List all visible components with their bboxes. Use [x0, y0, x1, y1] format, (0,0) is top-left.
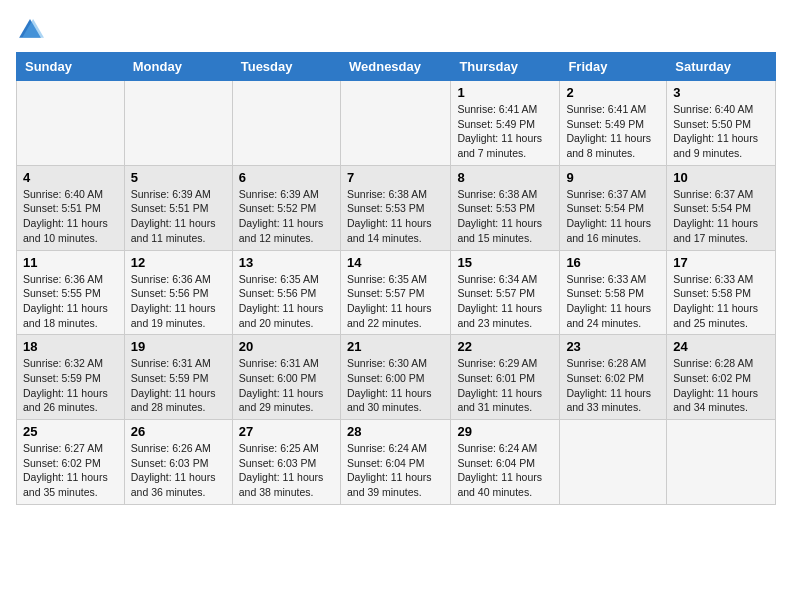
day-number: 28	[347, 424, 444, 439]
calendar-cell: 26Sunrise: 6:26 AM Sunset: 6:03 PM Dayli…	[124, 420, 232, 505]
calendar-week-row: 25Sunrise: 6:27 AM Sunset: 6:02 PM Dayli…	[17, 420, 776, 505]
calendar-cell: 23Sunrise: 6:28 AM Sunset: 6:02 PM Dayli…	[560, 335, 667, 420]
day-info: Sunrise: 6:24 AM Sunset: 6:04 PM Dayligh…	[457, 441, 553, 500]
calendar-cell	[17, 81, 125, 166]
day-number: 17	[673, 255, 769, 270]
calendar-cell	[667, 420, 776, 505]
day-info: Sunrise: 6:31 AM Sunset: 6:00 PM Dayligh…	[239, 356, 334, 415]
day-info: Sunrise: 6:32 AM Sunset: 5:59 PM Dayligh…	[23, 356, 118, 415]
calendar-cell: 7Sunrise: 6:38 AM Sunset: 5:53 PM Daylig…	[340, 165, 450, 250]
calendar-cell: 9Sunrise: 6:37 AM Sunset: 5:54 PM Daylig…	[560, 165, 667, 250]
day-number: 27	[239, 424, 334, 439]
calendar-cell: 8Sunrise: 6:38 AM Sunset: 5:53 PM Daylig…	[451, 165, 560, 250]
calendar-cell: 21Sunrise: 6:30 AM Sunset: 6:00 PM Dayli…	[340, 335, 450, 420]
calendar-cell: 6Sunrise: 6:39 AM Sunset: 5:52 PM Daylig…	[232, 165, 340, 250]
calendar-cell: 17Sunrise: 6:33 AM Sunset: 5:58 PM Dayli…	[667, 250, 776, 335]
day-number: 14	[347, 255, 444, 270]
calendar-cell: 22Sunrise: 6:29 AM Sunset: 6:01 PM Dayli…	[451, 335, 560, 420]
calendar-cell: 13Sunrise: 6:35 AM Sunset: 5:56 PM Dayli…	[232, 250, 340, 335]
day-number: 16	[566, 255, 660, 270]
calendar-header-row: SundayMondayTuesdayWednesdayThursdayFrid…	[17, 53, 776, 81]
page-header	[16, 16, 776, 44]
day-of-week-header: Tuesday	[232, 53, 340, 81]
day-info: Sunrise: 6:25 AM Sunset: 6:03 PM Dayligh…	[239, 441, 334, 500]
calendar-week-row: 1Sunrise: 6:41 AM Sunset: 5:49 PM Daylig…	[17, 81, 776, 166]
calendar-cell	[124, 81, 232, 166]
calendar-cell: 2Sunrise: 6:41 AM Sunset: 5:49 PM Daylig…	[560, 81, 667, 166]
day-number: 25	[23, 424, 118, 439]
day-number: 8	[457, 170, 553, 185]
day-info: Sunrise: 6:34 AM Sunset: 5:57 PM Dayligh…	[457, 272, 553, 331]
day-number: 3	[673, 85, 769, 100]
day-info: Sunrise: 6:40 AM Sunset: 5:50 PM Dayligh…	[673, 102, 769, 161]
day-of-week-header: Thursday	[451, 53, 560, 81]
day-of-week-header: Monday	[124, 53, 232, 81]
day-of-week-header: Sunday	[17, 53, 125, 81]
day-info: Sunrise: 6:28 AM Sunset: 6:02 PM Dayligh…	[673, 356, 769, 415]
calendar-cell: 25Sunrise: 6:27 AM Sunset: 6:02 PM Dayli…	[17, 420, 125, 505]
day-info: Sunrise: 6:36 AM Sunset: 5:55 PM Dayligh…	[23, 272, 118, 331]
calendar-week-row: 4Sunrise: 6:40 AM Sunset: 5:51 PM Daylig…	[17, 165, 776, 250]
calendar-cell: 4Sunrise: 6:40 AM Sunset: 5:51 PM Daylig…	[17, 165, 125, 250]
day-info: Sunrise: 6:30 AM Sunset: 6:00 PM Dayligh…	[347, 356, 444, 415]
day-number: 26	[131, 424, 226, 439]
day-number: 19	[131, 339, 226, 354]
calendar-cell	[560, 420, 667, 505]
calendar-table: SundayMondayTuesdayWednesdayThursdayFrid…	[16, 52, 776, 505]
day-info: Sunrise: 6:39 AM Sunset: 5:51 PM Dayligh…	[131, 187, 226, 246]
calendar-cell	[340, 81, 450, 166]
day-info: Sunrise: 6:29 AM Sunset: 6:01 PM Dayligh…	[457, 356, 553, 415]
day-number: 24	[673, 339, 769, 354]
day-number: 1	[457, 85, 553, 100]
calendar-cell: 27Sunrise: 6:25 AM Sunset: 6:03 PM Dayli…	[232, 420, 340, 505]
day-info: Sunrise: 6:26 AM Sunset: 6:03 PM Dayligh…	[131, 441, 226, 500]
day-number: 5	[131, 170, 226, 185]
calendar-cell: 29Sunrise: 6:24 AM Sunset: 6:04 PM Dayli…	[451, 420, 560, 505]
calendar-cell: 11Sunrise: 6:36 AM Sunset: 5:55 PM Dayli…	[17, 250, 125, 335]
day-number: 20	[239, 339, 334, 354]
day-info: Sunrise: 6:38 AM Sunset: 5:53 PM Dayligh…	[457, 187, 553, 246]
calendar-cell: 16Sunrise: 6:33 AM Sunset: 5:58 PM Dayli…	[560, 250, 667, 335]
day-number: 6	[239, 170, 334, 185]
calendar-cell: 18Sunrise: 6:32 AM Sunset: 5:59 PM Dayli…	[17, 335, 125, 420]
day-info: Sunrise: 6:37 AM Sunset: 5:54 PM Dayligh…	[566, 187, 660, 246]
calendar-cell: 28Sunrise: 6:24 AM Sunset: 6:04 PM Dayli…	[340, 420, 450, 505]
day-number: 29	[457, 424, 553, 439]
day-number: 9	[566, 170, 660, 185]
calendar-week-row: 18Sunrise: 6:32 AM Sunset: 5:59 PM Dayli…	[17, 335, 776, 420]
day-number: 10	[673, 170, 769, 185]
day-number: 13	[239, 255, 334, 270]
day-info: Sunrise: 6:41 AM Sunset: 5:49 PM Dayligh…	[457, 102, 553, 161]
day-info: Sunrise: 6:24 AM Sunset: 6:04 PM Dayligh…	[347, 441, 444, 500]
calendar-cell: 24Sunrise: 6:28 AM Sunset: 6:02 PM Dayli…	[667, 335, 776, 420]
calendar-cell	[232, 81, 340, 166]
day-number: 15	[457, 255, 553, 270]
day-info: Sunrise: 6:41 AM Sunset: 5:49 PM Dayligh…	[566, 102, 660, 161]
day-number: 2	[566, 85, 660, 100]
day-info: Sunrise: 6:37 AM Sunset: 5:54 PM Dayligh…	[673, 187, 769, 246]
calendar-cell: 15Sunrise: 6:34 AM Sunset: 5:57 PM Dayli…	[451, 250, 560, 335]
calendar-cell: 14Sunrise: 6:35 AM Sunset: 5:57 PM Dayli…	[340, 250, 450, 335]
day-number: 23	[566, 339, 660, 354]
day-info: Sunrise: 6:28 AM Sunset: 6:02 PM Dayligh…	[566, 356, 660, 415]
logo-icon	[16, 16, 44, 44]
day-number: 12	[131, 255, 226, 270]
day-info: Sunrise: 6:35 AM Sunset: 5:57 PM Dayligh…	[347, 272, 444, 331]
day-info: Sunrise: 6:33 AM Sunset: 5:58 PM Dayligh…	[673, 272, 769, 331]
calendar-cell: 1Sunrise: 6:41 AM Sunset: 5:49 PM Daylig…	[451, 81, 560, 166]
day-number: 22	[457, 339, 553, 354]
day-info: Sunrise: 6:27 AM Sunset: 6:02 PM Dayligh…	[23, 441, 118, 500]
day-number: 21	[347, 339, 444, 354]
day-number: 4	[23, 170, 118, 185]
calendar-cell: 19Sunrise: 6:31 AM Sunset: 5:59 PM Dayli…	[124, 335, 232, 420]
calendar-cell: 3Sunrise: 6:40 AM Sunset: 5:50 PM Daylig…	[667, 81, 776, 166]
day-info: Sunrise: 6:36 AM Sunset: 5:56 PM Dayligh…	[131, 272, 226, 331]
day-of-week-header: Friday	[560, 53, 667, 81]
day-number: 11	[23, 255, 118, 270]
day-info: Sunrise: 6:38 AM Sunset: 5:53 PM Dayligh…	[347, 187, 444, 246]
calendar-cell: 20Sunrise: 6:31 AM Sunset: 6:00 PM Dayli…	[232, 335, 340, 420]
day-of-week-header: Saturday	[667, 53, 776, 81]
day-info: Sunrise: 6:31 AM Sunset: 5:59 PM Dayligh…	[131, 356, 226, 415]
calendar-cell: 12Sunrise: 6:36 AM Sunset: 5:56 PM Dayli…	[124, 250, 232, 335]
day-of-week-header: Wednesday	[340, 53, 450, 81]
